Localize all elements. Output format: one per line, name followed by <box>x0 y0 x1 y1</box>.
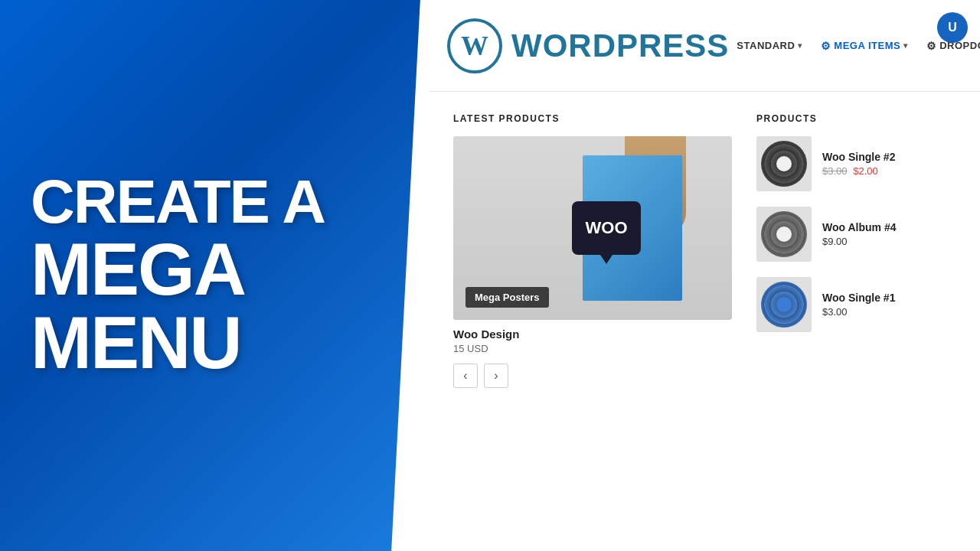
vinyl-icon <box>761 141 807 187</box>
vinyl-icon <box>761 211 807 257</box>
product-name: Woo Album #4 <box>822 221 896 233</box>
product-info: Woo Album #4 $9.00 <box>822 221 896 247</box>
product-info: Woo Single #1 $3.00 <box>822 292 895 318</box>
hero-line3: MENU <box>31 306 325 380</box>
price-new: $2.00 <box>853 165 878 177</box>
list-item[interactable]: Woo Album #4 $9.00 <box>756 207 956 262</box>
woo-bubble: WOO <box>572 201 641 255</box>
list-item[interactable]: Woo Single #2 $3.00 $2.00 <box>756 136 956 191</box>
vinyl-label <box>776 297 792 312</box>
price-old: $3.00 <box>822 165 848 177</box>
chevron-down-icon-mega: ▾ <box>903 41 908 50</box>
gear-icon: ⚙ <box>821 40 831 52</box>
header: W WordPress STANDARD ▾ ⚙ MEGA ITEMS ▾ ⚙ … <box>429 0 980 92</box>
hero-text: CREATE A MEGA MENU <box>31 171 325 380</box>
list-item[interactable]: Woo Single #1 $3.00 <box>756 277 956 332</box>
featured-product-card[interactable]: WOO Mega Posters <box>453 136 732 320</box>
hero-panel: CREATE A MEGA MENU <box>0 0 429 551</box>
product-name: Woo Single #1 <box>822 292 895 304</box>
vinyl-icon <box>761 282 807 328</box>
woo-logo-text: WOO <box>586 218 628 238</box>
hero-line1: CREATE A <box>31 171 325 233</box>
hero-line2: MEGA <box>31 233 325 306</box>
wp-logo-letter: W <box>461 30 488 62</box>
wp-logo-title: WordPress <box>511 28 729 64</box>
mega-dropdown: LATEST PRODUCTS WOO Mega Posters W <box>429 92 980 409</box>
latest-products-column: LATEST PRODUCTS WOO Mega Posters W <box>453 113 732 388</box>
products-title: PRODUCTS <box>756 113 956 124</box>
product-badge: Mega Posters <box>466 287 549 308</box>
products-column: PRODUCTS Woo Single #2 $3.00 $2.00 <box>756 113 956 388</box>
product-price: $3.00 $2.00 <box>822 165 895 177</box>
latest-products-title: LATEST PRODUCTS <box>453 113 732 124</box>
product-thumbnail <box>756 277 812 332</box>
vinyl-label <box>776 227 792 242</box>
featured-product-price: 15 USD <box>453 343 732 354</box>
carousel-controls: ‹ › <box>453 364 732 388</box>
carousel-next-button[interactable]: › <box>484 364 508 388</box>
product-price: $3.00 <box>822 306 895 318</box>
carousel-prev-button[interactable]: ‹ <box>453 364 478 388</box>
product-price: $9.00 <box>822 236 896 247</box>
featured-product-name: Woo Design <box>453 328 732 341</box>
wordpress-logo: W WordPress <box>447 18 729 73</box>
nav-item-standard[interactable]: STANDARD ▾ <box>729 34 809 57</box>
product-thumbnail <box>756 207 812 262</box>
nav-item-mega-items[interactable]: ⚙ MEGA ITEMS ▾ <box>813 34 916 58</box>
chevron-down-icon: ▾ <box>798 41 802 50</box>
avatar[interactable]: U <box>937 12 968 43</box>
nav-label-mega-items: MEGA ITEMS <box>834 40 900 51</box>
product-info: Woo Single #2 $3.00 $2.00 <box>822 151 895 177</box>
content-section: U W WordPress STANDARD ▾ ⚙ MEGA ITEMS ▾ … <box>429 0 980 551</box>
wp-icon: ⚙ <box>926 40 937 52</box>
product-thumbnail <box>756 136 812 191</box>
wp-logo-circle: W <box>447 18 502 73</box>
vinyl-label <box>776 156 792 171</box>
product-name: Woo Single #2 <box>822 151 895 163</box>
nav-label-standard: STANDARD <box>737 40 795 51</box>
